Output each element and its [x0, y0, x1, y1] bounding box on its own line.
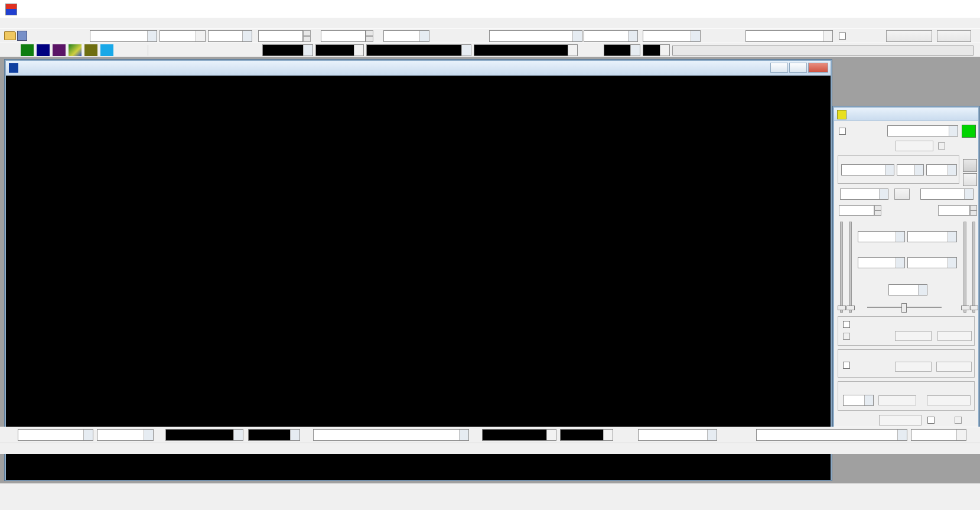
- music-note-button[interactable]: [963, 173, 977, 186]
- save-icon[interactable]: [17, 31, 27, 41]
- hpf-combo[interactable]: [383, 30, 429, 42]
- derived-data-icon[interactable]: [151, 44, 164, 56]
- chevron-down-icon: [461, 45, 471, 56]
- x-zoom-combo[interactable]: [97, 429, 154, 441]
- window-close-button[interactable]: [808, 63, 828, 73]
- spectrum-analyzer-titlebar[interactable]: [6, 61, 831, 76]
- frequency-a-combo[interactable]: [858, 231, 905, 242]
- amplitude-slider-b2[interactable]: [972, 222, 975, 313]
- show-editor-checkbox[interactable]: [839, 128, 846, 135]
- chevron-down-icon: [419, 31, 429, 41]
- amplitude-slider-a1[interactable]: [840, 222, 843, 313]
- dc-offset-b-spinner[interactable]: [970, 205, 977, 216]
- spectrum-plot[interactable]: [6, 89, 831, 469]
- dut-icon[interactable]: [100, 44, 113, 56]
- oscilloscope-icon[interactable]: [21, 44, 34, 56]
- frequency-b-combo[interactable]: [907, 231, 957, 242]
- slider-handle[interactable]: [961, 306, 969, 310]
- waveform-a-combo[interactable]: [840, 189, 888, 200]
- slider-handle[interactable]: [970, 306, 978, 310]
- trigger-delay-spinner[interactable]: [321, 30, 373, 42]
- dc-offset-b-input[interactable]: [938, 205, 970, 216]
- mask-checkbox[interactable]: [843, 321, 850, 328]
- window-function-combo[interactable]: [756, 429, 907, 441]
- spin-down-icon[interactable]: [970, 210, 977, 216]
- run-icon[interactable]: [5, 44, 18, 56]
- trigger-level-spinner[interactable]: [258, 30, 311, 42]
- save-signal-button[interactable]: [963, 159, 977, 172]
- freq-axis-combo[interactable]: [18, 429, 93, 441]
- trigger-toolbar: [0, 28, 980, 44]
- mdi-workspace: [0, 57, 980, 483]
- loopback-combo[interactable]: [887, 125, 958, 137]
- multimeter-icon[interactable]: [53, 44, 66, 56]
- auto-button[interactable]: [937, 30, 971, 42]
- amplitude-a-combo[interactable]: [858, 257, 905, 268]
- amplitude-slider-b1[interactable]: [963, 222, 966, 313]
- probe-cal-b-icon: [183, 44, 196, 56]
- spectrum-mode-combo[interactable]: [313, 429, 469, 441]
- gen-channels-combo[interactable]: [897, 164, 924, 176]
- roll-checkbox[interactable]: [839, 33, 846, 40]
- trigger-mode-combo[interactable]: [90, 30, 157, 42]
- close-button[interactable]: [953, 0, 980, 18]
- spin-down-icon[interactable]: [303, 36, 311, 42]
- probe-cable-icon[interactable]: [199, 44, 212, 56]
- slider-handle[interactable]: [838, 306, 846, 310]
- play-icon[interactable]: [231, 44, 244, 56]
- spin-down-icon[interactable]: [874, 210, 881, 216]
- trigger-edge-combo[interactable]: [208, 30, 252, 42]
- sample-channel-combo[interactable]: [584, 30, 638, 42]
- ref-a-combo[interactable]: [248, 429, 300, 441]
- spectrum-analyzer-icon[interactable]: [37, 44, 50, 56]
- waveform-editor-button[interactable]: [894, 189, 910, 200]
- balance-slider-handle[interactable]: [901, 303, 907, 313]
- spin-up-icon[interactable]: [303, 30, 311, 36]
- dc-offset-a-input[interactable]: [839, 205, 874, 216]
- spin-up-icon[interactable]: [366, 30, 373, 36]
- chevron-down-icon: [568, 45, 577, 56]
- fade-checkbox[interactable]: [843, 362, 850, 369]
- fft-size-combo[interactable]: [638, 429, 717, 441]
- range-a-db-combo[interactable]: [165, 429, 243, 441]
- spectrum-analyzer-window: [5, 60, 832, 480]
- spin-up-icon[interactable]: [970, 205, 977, 210]
- chevron-down-icon: [628, 31, 637, 41]
- amplitude-b-combo[interactable]: [907, 257, 957, 268]
- slider-handle[interactable]: [846, 306, 855, 310]
- chevron-down-icon: [233, 430, 243, 440]
- range-a-combo[interactable]: [366, 44, 471, 56]
- chevron-down-icon: [864, 395, 873, 405]
- fade-group: [838, 349, 975, 378]
- maximize-button[interactable]: [926, 0, 953, 18]
- gen-bits-combo[interactable]: [926, 164, 957, 176]
- waveform-b-combo[interactable]: [920, 189, 974, 200]
- window-maximize-button[interactable]: [789, 63, 807, 73]
- gen-sample-rate-combo[interactable]: [841, 164, 894, 176]
- device-test-plan-icon[interactable]: [116, 44, 129, 56]
- loop-checkbox[interactable]: [927, 417, 935, 424]
- signal-generator-icon[interactable]: [84, 44, 97, 56]
- chevron-down-icon: [630, 45, 640, 56]
- dc-offset-a-spinner[interactable]: [874, 205, 881, 216]
- signal-generator-titlebar[interactable]: [834, 108, 978, 121]
- minimize-button[interactable]: [898, 0, 926, 18]
- ddp-viewer-icon[interactable]: [132, 44, 145, 56]
- modulation-group: [838, 381, 975, 411]
- chevron-down-icon: [196, 31, 205, 41]
- phase-combo[interactable]: [888, 284, 927, 295]
- bit-depth-combo[interactable]: [643, 30, 701, 42]
- probe-a-combo[interactable]: [604, 44, 640, 56]
- open-file-icon[interactable]: [4, 31, 16, 40]
- sample-rate-combo[interactable]: [489, 30, 582, 42]
- amplitude-slider-a2[interactable]: [849, 222, 852, 313]
- window-minimize-button[interactable]: [770, 63, 788, 73]
- spectrum-3d-plot-icon[interactable]: [69, 44, 82, 56]
- generator-run-button[interactable]: [962, 125, 976, 138]
- speaker-icon[interactable]: [215, 44, 228, 56]
- spin-down-icon[interactable]: [366, 36, 373, 42]
- play-stream-icon[interactable]: [247, 44, 260, 56]
- spin-up-icon[interactable]: [874, 205, 881, 210]
- coupling-a-combo[interactable]: [262, 44, 313, 56]
- modulation-type-combo[interactable]: [843, 395, 874, 406]
